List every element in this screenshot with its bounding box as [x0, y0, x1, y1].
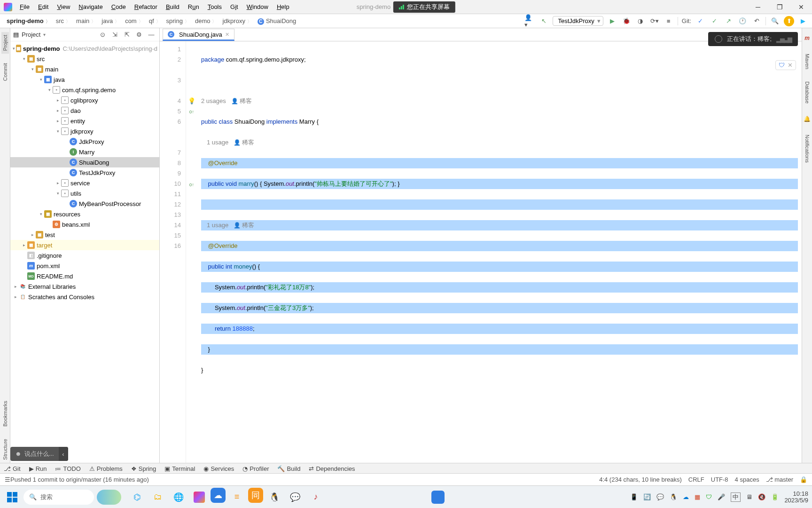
tab-problems[interactable]: ⚠ Problems: [89, 465, 123, 472]
classin-icon[interactable]: [431, 491, 445, 504]
tab-profiler[interactable]: ◔ Profiler: [242, 465, 269, 472]
tree-readme[interactable]: MDREADME.md: [10, 271, 159, 281]
tray-ime[interactable]: 中: [731, 492, 741, 502]
start-button[interactable]: [4, 489, 21, 506]
tab-todo[interactable]: ≔ TODO: [55, 465, 80, 472]
tree-utils[interactable]: ▾▫utils: [10, 188, 159, 198]
tab-structure[interactable]: Structure: [1, 436, 9, 463]
tray-shield-icon[interactable]: 🛡: [706, 493, 712, 500]
wechat-icon[interactable]: 💬: [286, 488, 304, 507]
app-orange-icon[interactable]: 同: [248, 488, 263, 503]
crumb-java[interactable]: java: [99, 16, 122, 26]
status-message[interactable]: Pushed 1 commit to origin/master (16 min…: [10, 476, 149, 483]
screen-share-banner[interactable]: 您正在共享屏幕: [393, 1, 455, 13]
tab-services[interactable]: ◉ Services: [203, 465, 234, 472]
indent-info[interactable]: 4 spaces: [735, 476, 759, 483]
lock-icon[interactable]: 🔒: [800, 476, 807, 483]
crumb-com[interactable]: com: [122, 16, 146, 26]
music-icon[interactable]: ♪: [306, 488, 325, 507]
git-push-icon[interactable]: ↗: [723, 16, 734, 26]
tree-testjdkproxy[interactable]: CTestJdkProxy: [10, 167, 159, 178]
crumb-main[interactable]: main: [73, 16, 99, 26]
git-branch[interactable]: ⎇ master: [766, 476, 793, 483]
run-config-selector[interactable]: TestJdkProxy: [553, 16, 603, 26]
intellij-icon[interactable]: [190, 488, 209, 507]
caret-position[interactable]: 4:4 (234 chars, 10 line breaks): [599, 476, 682, 483]
tray-mic-icon[interactable]: 🎤: [718, 493, 725, 500]
tree-target[interactable]: ▸▦target: [10, 240, 159, 250]
build-hammer-icon[interactable]: ↖: [539, 16, 549, 26]
chrome-icon[interactable]: 🌐: [169, 488, 188, 507]
git-commit-icon[interactable]: ✓: [709, 16, 719, 26]
stop-button[interactable]: ■: [664, 16, 674, 26]
tree-java[interactable]: ▾▦java: [10, 74, 159, 85]
lightbulb-icon[interactable]: 💡: [188, 97, 195, 104]
menu-file[interactable]: FFileile: [16, 1, 33, 12]
tray-wechat-icon[interactable]: 💬: [656, 493, 664, 500]
codewithme-icon[interactable]: ▶: [798, 16, 808, 26]
explorer-icon[interactable]: 🗂: [148, 488, 167, 507]
tree-entity[interactable]: ▸▫entity: [10, 116, 159, 126]
expand-all-icon[interactable]: ⇲: [109, 30, 120, 40]
tab-terminal[interactable]: ▣ Terminal: [164, 465, 195, 472]
tab-project[interactable]: Project: [1, 32, 9, 54]
tree-mybeanpostprocessor[interactable]: CMyBeanPostProcessor: [10, 198, 159, 209]
tree-jdkproxy[interactable]: ▾▫jdkproxy: [10, 126, 159, 136]
tray-onedrive-icon[interactable]: ☁: [683, 493, 689, 500]
tree-external-libs[interactable]: ▸📚External Libraries: [10, 281, 159, 292]
tree-cglibproxy[interactable]: ▸▫cglibproxy: [10, 95, 159, 105]
project-view-title[interactable]: Project: [22, 31, 40, 38]
tree-jdkproxy-class[interactable]: CJdkProxy: [10, 136, 159, 147]
collapse-chat-icon[interactable]: ‹: [59, 447, 68, 461]
bell-icon[interactable]: 🔔: [803, 113, 812, 125]
tree-main[interactable]: ▾▦main: [10, 64, 159, 74]
vscode-icon[interactable]: ⌬: [128, 488, 147, 507]
weather-widget[interactable]: [97, 490, 121, 505]
crumb-spring[interactable]: spring: [164, 16, 192, 26]
coverage-button[interactable]: ◑: [635, 16, 646, 26]
crumb-root[interactable]: spring-demo: [4, 16, 53, 26]
tree-gitignore[interactable]: ◧.gitignore: [10, 250, 159, 261]
ide-updates-icon[interactable]: ⬆: [784, 16, 794, 26]
tray-phone-icon[interactable]: 📱: [630, 493, 638, 500]
profile-button[interactable]: ⟳▾: [649, 16, 660, 26]
override-icon2[interactable]: o↑: [189, 182, 195, 187]
tray-battery-icon[interactable]: 🔋: [771, 493, 779, 500]
taskbar-clock[interactable]: 10:182023/5/9: [784, 491, 808, 504]
tree-root[interactable]: ▾▦spring-demoC:\Users\zed\IdeaProjects\s…: [10, 43, 159, 54]
maximize-button[interactable]: ❐: [769, 0, 790, 14]
crumb-demo[interactable]: demo: [192, 16, 220, 26]
hide-icon[interactable]: —: [146, 30, 156, 40]
settings-icon[interactable]: ⚙: [134, 30, 144, 40]
tree-shuaidong[interactable]: CShuaiDong: [10, 157, 159, 167]
tab-spring[interactable]: ❖ Spring: [131, 465, 156, 472]
tab-dependencies[interactable]: ⇄ Dependencies: [309, 465, 355, 472]
tab-notifications[interactable]: Notifications: [804, 132, 811, 166]
crumb-class[interactable]: ShuaiDong: [255, 16, 301, 26]
add-user-icon[interactable]: 👤▾: [524, 16, 535, 26]
taskbar-search[interactable]: 🔍 搜索: [23, 490, 94, 505]
code-content[interactable]: package com.qf.spring.demo.jdkproxy; 2 u…: [197, 41, 802, 463]
git-update-icon[interactable]: ✓: [695, 16, 705, 26]
tray-sync-icon[interactable]: 🔄: [643, 493, 651, 500]
collapse-all-icon[interactable]: ⇱: [122, 30, 132, 40]
tree-package[interactable]: ▾▫com.qf.spring.demo: [10, 85, 159, 95]
menu-navigate[interactable]: Navigate: [75, 1, 106, 12]
menu-edit[interactable]: Edit: [34, 1, 52, 12]
crumb-qf[interactable]: qf: [146, 16, 164, 26]
locate-icon[interactable]: ⊙: [97, 30, 108, 40]
menu-git[interactable]: Git: [226, 1, 242, 12]
tab-build[interactable]: 🔨 Build: [277, 465, 300, 472]
inspection-close-icon[interactable]: ✕: [788, 62, 793, 69]
tray-display-icon[interactable]: 🖥: [746, 493, 752, 500]
tree-src[interactable]: ▾▦src: [10, 54, 159, 64]
menu-refactor[interactable]: Refactor: [131, 1, 161, 12]
tree-resources[interactable]: ▾▦resources: [10, 209, 159, 219]
menu-build[interactable]: Build: [162, 1, 183, 12]
tray-qq-icon[interactable]: 🐧: [670, 493, 677, 500]
tree-marry[interactable]: IMarry: [10, 147, 159, 157]
git-history-icon[interactable]: 🕐: [737, 16, 748, 26]
tree-pom[interactable]: mpom.xml: [10, 261, 159, 271]
tab-maven[interactable]: Maven: [804, 51, 811, 72]
close-button[interactable]: ✕: [790, 0, 812, 14]
